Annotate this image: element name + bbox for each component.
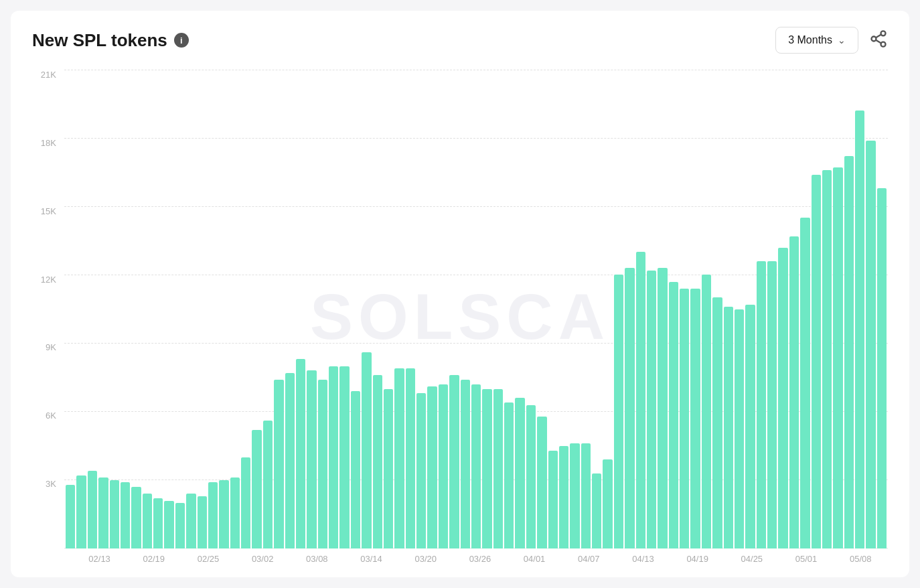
- bar[interactable]: [98, 477, 108, 548]
- bar[interactable]: [164, 501, 173, 549]
- bar[interactable]: [384, 389, 393, 548]
- bar[interactable]: [603, 459, 612, 548]
- bar[interactable]: [658, 268, 667, 548]
- bar[interactable]: [406, 368, 415, 548]
- bar[interactable]: [186, 494, 196, 548]
- bar[interactable]: [153, 498, 163, 548]
- bar[interactable]: [362, 352, 371, 548]
- bar[interactable]: [307, 370, 316, 548]
- bar[interactable]: [735, 309, 744, 549]
- bar[interactable]: [461, 380, 470, 548]
- bar[interactable]: [394, 368, 404, 548]
- bar[interactable]: [822, 170, 832, 548]
- bar[interactable]: [439, 384, 448, 548]
- chart-body: SOLSCA 21K18K15K12K9K6K3K 02/1302/1902/2…: [32, 70, 888, 564]
- bar[interactable]: [548, 451, 558, 548]
- bar[interactable]: [230, 477, 240, 548]
- x-axis-label: 03/02: [252, 554, 274, 564]
- bar[interactable]: [559, 446, 568, 548]
- bars-area: [64, 70, 888, 548]
- bar[interactable]: [669, 282, 678, 548]
- chart-header: New SPL tokens i 3 Months ⌄: [32, 27, 888, 54]
- bar[interactable]: [449, 375, 459, 548]
- bar[interactable]: [526, 405, 536, 549]
- bar[interactable]: [318, 380, 327, 548]
- bar[interactable]: [339, 366, 349, 548]
- bar[interactable]: [680, 289, 689, 548]
- bar[interactable]: [241, 457, 250, 548]
- y-axis-label: 18K: [41, 138, 56, 148]
- bar[interactable]: [778, 248, 787, 548]
- bar[interactable]: [143, 494, 152, 548]
- bar[interactable]: [767, 261, 777, 548]
- bar[interactable]: [614, 275, 623, 548]
- bar[interactable]: [855, 111, 864, 548]
- bar[interactable]: [690, 289, 700, 548]
- x-label-group: 02/1302/1902/2503/0203/0803/1403/2003/26…: [72, 554, 888, 564]
- bar[interactable]: [647, 271, 656, 548]
- bar[interactable]: [219, 480, 228, 548]
- bar[interactable]: [198, 496, 207, 548]
- x-axis-label: 04/01: [524, 554, 546, 564]
- bar[interactable]: [504, 402, 514, 548]
- share-icon[interactable]: [869, 29, 888, 51]
- bar[interactable]: [515, 398, 524, 548]
- bar[interactable]: [285, 373, 295, 548]
- y-axis-label: 15K: [41, 206, 56, 216]
- bar[interactable]: [66, 485, 75, 548]
- bar[interactable]: [625, 268, 634, 548]
- bar[interactable]: [131, 487, 141, 548]
- x-axis-label: 05/01: [795, 554, 818, 564]
- bar[interactable]: [296, 359, 305, 548]
- bar[interactable]: [208, 482, 218, 548]
- bar[interactable]: [581, 443, 591, 548]
- bar[interactable]: [712, 297, 722, 548]
- x-axis-label: 02/13: [88, 554, 110, 564]
- bar[interactable]: [427, 386, 437, 548]
- bar[interactable]: [636, 252, 645, 548]
- y-axis-and-bars: 21K18K15K12K9K6K3K: [32, 70, 888, 548]
- bar[interactable]: [745, 305, 755, 548]
- x-axis-label: 03/26: [469, 554, 491, 564]
- x-axis: 02/1302/1902/2503/0203/0803/1403/2003/26…: [72, 548, 888, 564]
- bar[interactable]: [274, 380, 283, 548]
- period-dropdown[interactable]: 3 Months ⌄: [775, 27, 858, 54]
- bar[interactable]: [263, 421, 273, 548]
- bar[interactable]: [789, 236, 799, 548]
- x-axis-label: 04/07: [578, 554, 600, 564]
- bar[interactable]: [110, 480, 119, 548]
- bar[interactable]: [329, 366, 338, 548]
- bar[interactable]: [252, 430, 261, 548]
- bar[interactable]: [877, 188, 887, 548]
- bar[interactable]: [592, 473, 601, 548]
- bar[interactable]: [833, 167, 842, 548]
- y-axis: 21K18K15K12K9K6K3K: [32, 70, 64, 548]
- bar[interactable]: [88, 471, 97, 548]
- bar[interactable]: [121, 482, 130, 548]
- bar[interactable]: [76, 475, 86, 548]
- x-axis-label: 03/20: [414, 554, 437, 564]
- bar[interactable]: [175, 503, 185, 548]
- bar[interactable]: [800, 218, 810, 548]
- bar[interactable]: [482, 389, 491, 548]
- bar[interactable]: [724, 307, 733, 548]
- y-axis-label: 21K: [41, 70, 56, 80]
- bar[interactable]: [493, 389, 503, 548]
- bar[interactable]: [757, 261, 766, 548]
- bar[interactable]: [537, 417, 546, 548]
- x-axis-label: 04/25: [741, 554, 763, 564]
- bar[interactable]: [866, 141, 875, 548]
- bar[interactable]: [471, 384, 481, 548]
- bar[interactable]: [570, 443, 579, 548]
- info-icon[interactable]: i: [174, 33, 189, 48]
- header-controls: 3 Months ⌄: [775, 27, 888, 54]
- bar[interactable]: [416, 393, 426, 548]
- bar[interactable]: [812, 175, 821, 548]
- bar[interactable]: [844, 156, 854, 548]
- y-axis-label: 3K: [46, 479, 56, 489]
- bar[interactable]: [351, 391, 360, 548]
- bar[interactable]: [702, 275, 711, 548]
- x-axis-label: 04/13: [632, 554, 654, 564]
- bar[interactable]: [373, 375, 382, 548]
- period-label: 3 Months: [788, 34, 832, 46]
